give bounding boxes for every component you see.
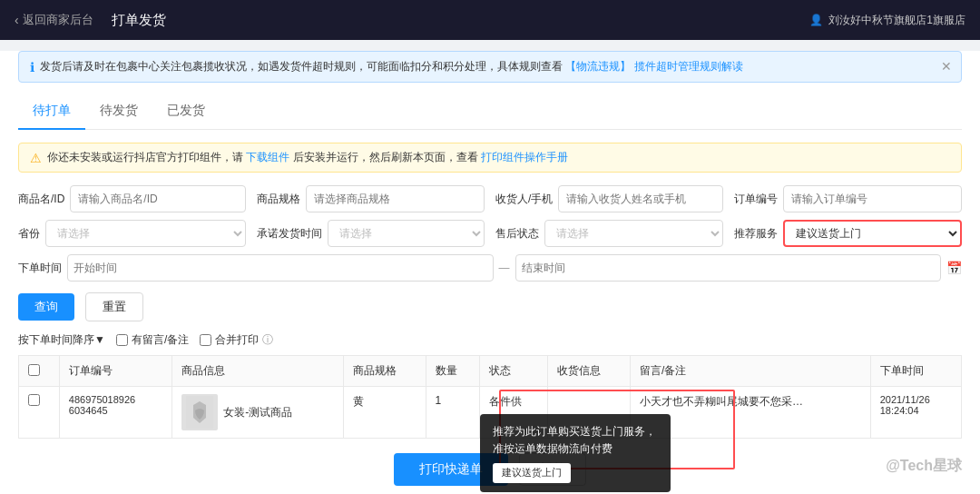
filter-after-sale-select[interactable]: 请选择 (544, 220, 723, 247)
col-checkbox (19, 356, 60, 387)
filter-order-id-input[interactable] (783, 185, 962, 212)
banner-text: 发货后请及时在包裹中心关注包裹揽收状况，如遇发货件超时规则，可能面临扣分和积分处… (40, 59, 743, 74)
main-content: ℹ 发货后请及时在包裹中心关注包裹揽收状况，如遇发货件超时规则，可能面临扣分和积… (0, 51, 980, 494)
merge-print-label: 合并打印 (215, 332, 259, 348)
filter-row1: 商品名/ID 商品规格 收货人/手机 订单编号 (18, 185, 962, 212)
filter-product-name-label: 商品名/ID (18, 192, 64, 207)
filter-order-id: 订单编号 (734, 185, 962, 212)
orders-table: 订单编号 商品信息 商品规格 数量 状态 收货信息 留言/备注 下单时间 486 (18, 355, 962, 439)
warning-icon: ⚠ (30, 151, 42, 165)
row-quantity: 1 (436, 394, 442, 407)
has-remark-label: 有留言/备注 (132, 332, 189, 348)
row-remark: 小天才也不弄糊叫尾城要不您采… (640, 395, 803, 408)
table-row: 4869750189266034645 女装-测试商品 (19, 387, 962, 439)
filter-promise-time-label: 承诺发货时间 (257, 226, 322, 242)
filter-order-id-label: 订单编号 (734, 192, 778, 207)
warning-bar: ⚠ 你还未安装或运行抖店官方打印组件，请 下载组件 后安装并运行，然后刷新本页面… (18, 143, 962, 173)
col-product-info: 商品信息 (172, 356, 343, 387)
row-product-spec-cell: 黄 (343, 387, 426, 439)
info-banner: ℹ 发货后请及时在包裹中心关注包裹揽收状况，如遇发货件超时规则，可能面临扣分和积… (18, 51, 962, 83)
col-product-spec: 商品规格 (343, 356, 426, 387)
filter-product-spec: 商品规格 (257, 185, 485, 212)
tooltip-text: 推荐为此订单购买送货上门服务，准按运单数据物流向付费 (493, 425, 656, 455)
filter-promise-time: 承诺发货时间 请选择 (257, 220, 485, 247)
filter-province-label: 省份 (18, 226, 40, 242)
merge-print-checkbox[interactable] (200, 334, 211, 346)
filter-receiver-input[interactable] (558, 185, 723, 212)
product-thumbnail (181, 394, 218, 430)
filter-row2: 省份 请选择 承诺发货时间 请选择 售后状态 请选择 推荐服务 建议送货上门 (18, 220, 962, 247)
nav-title: 打单发货 (112, 12, 166, 29)
has-remark-checkbox-label[interactable]: 有留言/备注 (116, 332, 189, 348)
search-button[interactable]: 查询 (18, 293, 74, 321)
filter-receiver-label: 收货人/手机 (495, 192, 553, 207)
row-product-info-cell: 女装-测试商品 (172, 387, 343, 439)
tab-shipped[interactable]: 已发货 (152, 94, 220, 130)
table-container: 订单编号 商品信息 商品规格 数量 状态 收货信息 留言/备注 下单时间 486 (18, 355, 962, 439)
row-product-name: 女装-测试商品 (223, 405, 292, 420)
col-status: 状态 (479, 356, 547, 387)
col-order-time: 下单时间 (870, 356, 961, 387)
tab-pending[interactable]: 待打单 (18, 94, 85, 130)
filter-product-spec-input[interactable] (306, 185, 485, 212)
has-remark-checkbox[interactable] (116, 334, 128, 346)
filter-product-spec-label: 商品规格 (257, 192, 300, 207)
merge-print-info-icon: ⓘ (262, 332, 273, 348)
filter-product-name-input[interactable] (70, 185, 246, 212)
filter-province-select[interactable]: 请选择 (45, 220, 246, 247)
filter-province: 省份 请选择 (18, 220, 246, 247)
filter-promise-time-select[interactable]: 请选择 (328, 220, 485, 247)
banner-close-button[interactable]: ✕ (941, 59, 952, 74)
product-info-wrap: 女装-测试商品 (181, 394, 333, 430)
col-delivery-info: 收货信息 (547, 356, 630, 387)
row-order-time: 2021/11/2618:24:04 (880, 394, 930, 416)
calendar-icon: 📅 (946, 261, 962, 275)
filter-product-name: 商品名/ID (18, 185, 246, 212)
action-buttons: 查询 重置 (18, 292, 962, 321)
row-status-cell: 各件供 推荐为此订单购买送货上门服务，准按运单数据物流向付费 建议送货上门 (479, 387, 547, 439)
tab-pending-ship[interactable]: 待发货 (85, 94, 152, 130)
date-end-input[interactable] (515, 254, 942, 282)
tab-bar: 待打单 待发货 已发货 (18, 94, 962, 130)
warning-link1[interactable]: 下载组件 (246, 151, 289, 163)
nav-left: ‹ 返回商家后台 打单发货 (15, 12, 166, 29)
warning-text: 你还未安装或运行抖店官方打印组件，请 下载组件 后安装并运行，然后刷新本页面，查… (47, 150, 568, 165)
status-tooltip-container: 各件供 推荐为此订单购买送货上门服务，准按运单数据物流向付费 建议送货上门 (489, 394, 538, 410)
row-checkbox[interactable] (28, 394, 40, 406)
date-row: 下单时间 — 📅 (18, 254, 962, 282)
row-checkbox-cell (19, 387, 60, 439)
filter-receiver: 收货人/手机 (495, 185, 723, 212)
back-button[interactable]: ‹ 返回商家后台 (15, 12, 93, 28)
row-product-spec: 黄 (353, 395, 364, 408)
warning-link2[interactable]: 打印组件操作手册 (481, 151, 568, 163)
banner-link2[interactable]: 揽件超时管理规则解读 (634, 60, 743, 73)
back-label: 返回商家后台 (23, 12, 93, 28)
table-toolbar: 按下单时间降序▼ 有留言/备注 合并打印 ⓘ (18, 332, 962, 348)
filter-recommend-service-select[interactable]: 建议送货上门 (783, 220, 962, 247)
sort-label[interactable]: 按下单时间降序▼ (18, 332, 105, 348)
user-name: 刘汝好中秋节旗舰店1旗服店 (828, 13, 965, 28)
col-order-id: 订单编号 (59, 356, 172, 387)
select-all-checkbox[interactable] (28, 364, 40, 376)
nav-right: 👤 刘汝好中秋节旗舰店1旗服店 (809, 13, 965, 28)
row-order-id-cell: 4869750189266034645 (59, 387, 172, 439)
table-header-row: 订单编号 商品信息 商品规格 数量 状态 收货信息 留言/备注 下单时间 (19, 356, 962, 387)
filter-recommend-service: 推荐服务 建议送货上门 (734, 220, 962, 247)
filter-recommend-service-label: 推荐服务 (734, 226, 778, 242)
status-tooltip: 推荐为此订单购买送货上门服务，准按运单数据物流向付费 建议送货上门 (480, 414, 671, 492)
col-remark: 留言/备注 (630, 356, 870, 387)
back-arrow-icon: ‹ (15, 13, 19, 27)
user-icon: 👤 (809, 14, 823, 26)
row-order-id: 4869750189266034645 (69, 394, 135, 416)
date-separator: — (499, 262, 510, 274)
col-quantity: 数量 (426, 356, 479, 387)
filter-after-sale-label: 售后状态 (495, 226, 539, 242)
row-status: 各件供 (489, 395, 522, 408)
date-start-input[interactable] (67, 254, 494, 282)
row-order-time-cell: 2021/11/2618:24:04 (870, 387, 961, 439)
info-icon: ℹ (30, 60, 34, 74)
date-label: 下单时间 (18, 261, 62, 276)
merge-print-checkbox-label[interactable]: 合并打印 ⓘ (200, 332, 273, 348)
banner-link1[interactable]: 【物流违规】 (565, 60, 631, 73)
reset-button[interactable]: 重置 (85, 292, 143, 321)
